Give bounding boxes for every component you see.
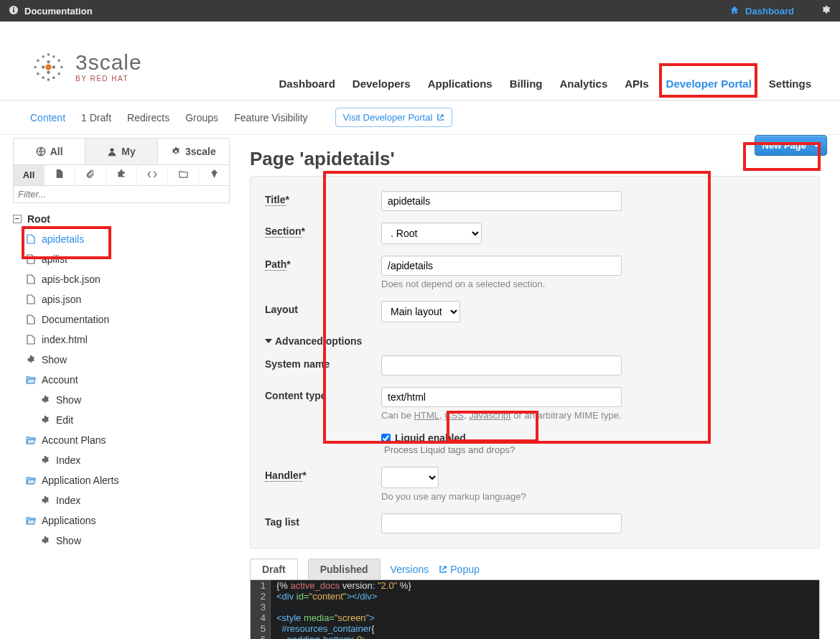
filter-folder-icon[interactable] bbox=[168, 165, 199, 185]
sub-nav: Content 1 Draft Redirects Groups Feature… bbox=[0, 101, 840, 135]
subnav-groups[interactable]: Groups bbox=[185, 112, 218, 123]
filter-input[interactable] bbox=[13, 186, 230, 203]
logo-subtext: BY RED HAT bbox=[75, 75, 142, 83]
subnav-content[interactable]: Content bbox=[30, 112, 65, 123]
tree-item-account-show[interactable]: Show bbox=[13, 390, 230, 410]
tree-item-documentation[interactable]: Documentation bbox=[13, 309, 230, 330]
tree-item-alerts-index[interactable]: Index bbox=[13, 490, 230, 510]
nav-applications[interactable]: Applications bbox=[428, 78, 493, 90]
cog-icon bbox=[40, 536, 50, 546]
main-content: New Page Page 'apidetails' Title* Sectio… bbox=[230, 135, 840, 639]
svg-point-15 bbox=[60, 66, 63, 69]
filter-file-icon[interactable] bbox=[45, 165, 75, 185]
nav-analytics[interactable]: Analytics bbox=[560, 78, 608, 90]
svg-point-14 bbox=[57, 73, 60, 75]
chevron-down-icon bbox=[813, 144, 819, 147]
user-icon bbox=[107, 146, 117, 157]
form-panel: Title* Section* . Root Path* Does not de… bbox=[250, 176, 820, 549]
cog-icon bbox=[40, 455, 50, 465]
sidebar-tab-all[interactable]: All bbox=[14, 139, 85, 164]
tree-folder-alerts[interactable]: Application Alerts bbox=[13, 470, 230, 490]
filter-code-icon[interactable] bbox=[137, 165, 168, 185]
tree-folder-applications[interactable]: Applications bbox=[13, 510, 230, 531]
main-nav: Dashboard Developers Applications Billin… bbox=[279, 78, 811, 100]
layout-select[interactable]: Main layout bbox=[381, 301, 460, 322]
sidebar-tab-my[interactable]: My bbox=[85, 139, 157, 164]
filter-puzzle-icon[interactable] bbox=[106, 165, 137, 185]
ctype-hint: Can be HTML, CSS, Javascript or an arbit… bbox=[381, 410, 805, 421]
label-section: Section* bbox=[265, 223, 373, 237]
svg-point-18 bbox=[47, 60, 50, 64]
header: 3scale BY RED HAT Dashboard Developers A… bbox=[0, 22, 840, 101]
svg-point-19 bbox=[47, 71, 50, 75]
folder-open-icon bbox=[26, 475, 36, 485]
label-layout: Layout bbox=[265, 301, 373, 315]
svg-point-10 bbox=[47, 78, 50, 81]
tree-root[interactable]: − Root bbox=[13, 209, 230, 229]
nav-dashboard[interactable]: Dashboard bbox=[279, 78, 335, 90]
advanced-toggle[interactable]: Advanced options bbox=[265, 335, 805, 347]
editor-tab-draft[interactable]: Draft bbox=[250, 559, 298, 579]
cog-icon bbox=[40, 395, 50, 405]
tree-item-account-edit[interactable]: Edit bbox=[13, 410, 230, 430]
svg-rect-2 bbox=[13, 7, 14, 9]
logo-text: 3scale bbox=[75, 52, 142, 73]
dashboard-link[interactable]: Dashboard bbox=[745, 6, 794, 17]
gear-icon[interactable] bbox=[821, 5, 831, 17]
subnav-draft[interactable]: 1 Draft bbox=[81, 112, 111, 123]
tree-item-apps-show[interactable]: Show bbox=[13, 531, 230, 551]
sidebar-icon-row: All bbox=[13, 164, 230, 186]
sidebar-tabs: All My 3scale bbox=[13, 138, 230, 164]
tree-item-plans-index[interactable]: Index bbox=[13, 450, 230, 470]
tree-item-apis-bck[interactable]: apis-bck.json bbox=[13, 269, 230, 289]
editor-tabs: Draft Published Versions Popup bbox=[250, 559, 820, 579]
handler-hint: Do you use any markup language? bbox=[381, 491, 805, 502]
liquid-hint: Process Liquid tags and drops? bbox=[384, 444, 515, 455]
nav-developers[interactable]: Developers bbox=[353, 78, 411, 90]
editor-popup-link[interactable]: Popup bbox=[439, 564, 479, 575]
svg-point-7 bbox=[42, 55, 45, 58]
filter-all[interactable]: All bbox=[14, 165, 45, 185]
liquid-enabled-checkbox[interactable] bbox=[381, 434, 391, 443]
tree-item-show[interactable]: Show bbox=[13, 350, 230, 370]
cog-icon bbox=[40, 415, 50, 425]
svg-point-4 bbox=[34, 66, 37, 69]
filter-attach-icon[interactable] bbox=[75, 165, 106, 185]
svg-point-23 bbox=[174, 150, 177, 153]
content-type-input[interactable] bbox=[381, 387, 622, 407]
doc-link[interactable]: Documentation bbox=[24, 6, 93, 17]
tree-item-apilist[interactable]: apilist bbox=[13, 249, 230, 269]
visit-portal-button[interactable]: Visit Developer Portal bbox=[335, 108, 453, 127]
sidebar-tab-3scale[interactable]: 3scale bbox=[158, 139, 229, 164]
globe-icon bbox=[36, 146, 46, 157]
svg-point-20 bbox=[45, 64, 51, 70]
label-title: Title* bbox=[265, 191, 373, 205]
new-page-button[interactable]: New Page bbox=[755, 135, 827, 156]
cog-icon bbox=[26, 355, 36, 365]
nav-developer-portal[interactable]: Developer Portal bbox=[666, 78, 752, 90]
title-input[interactable] bbox=[381, 191, 622, 211]
tree-folder-account-plans[interactable]: Account Plans bbox=[13, 430, 230, 450]
nav-settings[interactable]: Settings bbox=[769, 78, 811, 90]
editor-versions-link[interactable]: Versions bbox=[391, 564, 429, 575]
taglist-input[interactable] bbox=[381, 513, 622, 533]
subnav-redirects[interactable]: Redirects bbox=[127, 112, 169, 123]
external-link-icon bbox=[439, 565, 447, 574]
logo[interactable]: 3scale BY RED HAT bbox=[29, 47, 142, 87]
file-icon bbox=[26, 254, 36, 264]
filter-pin-icon[interactable] bbox=[199, 165, 229, 185]
tree-item-apis-json[interactable]: apis.json bbox=[13, 289, 230, 309]
tree-item-index[interactable]: index.html bbox=[13, 330, 230, 350]
subnav-feature[interactable]: Feature Visibility bbox=[234, 112, 307, 123]
tree-item-apidetails[interactable]: apidetails bbox=[13, 229, 230, 249]
system-name-input[interactable] bbox=[381, 355, 622, 376]
path-input[interactable] bbox=[381, 256, 622, 276]
nav-billing[interactable]: Billing bbox=[510, 78, 543, 90]
handler-select[interactable] bbox=[381, 467, 439, 488]
nav-apis[interactable]: APIs bbox=[625, 78, 648, 90]
code-editor[interactable]: 1{% active_docs version: "2.0" %} 2<div … bbox=[250, 579, 820, 639]
tree-folder-account[interactable]: Account bbox=[13, 370, 230, 390]
editor-tab-published[interactable]: Published bbox=[308, 559, 381, 579]
svg-point-16 bbox=[42, 65, 45, 69]
section-select[interactable]: . Root bbox=[381, 223, 482, 244]
